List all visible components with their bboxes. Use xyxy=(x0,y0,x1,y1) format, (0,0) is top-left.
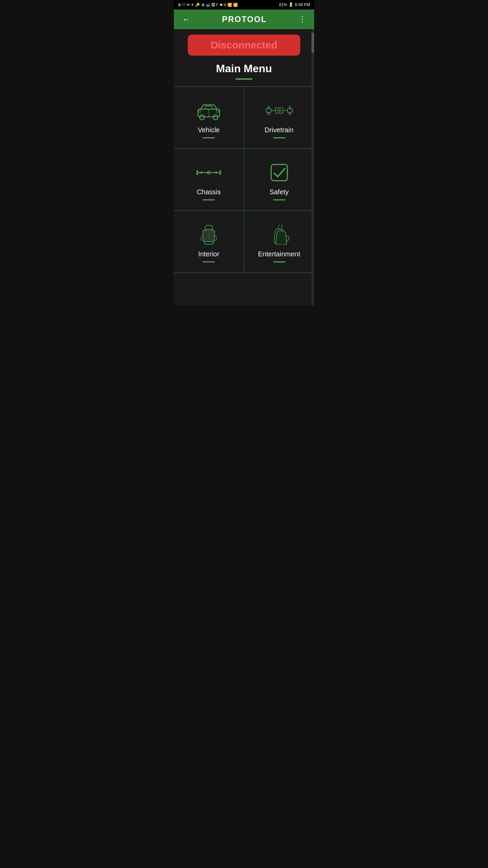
main-menu-title: Main Menu xyxy=(174,62,314,75)
main-menu-header: Main Menu xyxy=(174,56,314,86)
interior-icon xyxy=(195,224,222,245)
menu-item-vehicle[interactable]: Vehicle xyxy=(174,87,244,149)
signal-icon: 📶 xyxy=(233,3,238,7)
status-icons-left: ⊞ 🛡 ✉ ☀ 🔑 🖥 📺 🖼 F ✱ N 🛜 📶 xyxy=(178,3,238,7)
sun-icon: ☀ xyxy=(191,3,194,7)
menu-item-interior[interactable]: Interior xyxy=(174,211,244,273)
svg-point-14 xyxy=(268,106,269,108)
nfc-icon: N xyxy=(224,3,226,7)
menu-item-safety[interactable]: Safety xyxy=(244,149,314,211)
svg-rect-6 xyxy=(216,110,219,112)
overflow-menu-button[interactable]: ⋮ xyxy=(296,12,309,26)
key-icon: 🔑 xyxy=(195,3,200,7)
disconnected-banner[interactable]: Disconnected xyxy=(188,35,300,56)
svg-point-16 xyxy=(289,106,290,108)
scroll-track[interactable] xyxy=(311,29,314,305)
svg-point-15 xyxy=(268,113,269,115)
mail-icon: ✉ xyxy=(187,3,190,7)
drivetrain-label: Drivetrain xyxy=(265,126,294,134)
wifi-icon: 🛜 xyxy=(227,3,232,7)
svg-point-17 xyxy=(289,113,290,115)
svg-marker-29 xyxy=(199,171,202,174)
drivetrain-underline xyxy=(273,137,285,138)
safety-icon xyxy=(266,162,293,183)
vehicle-label: Vehicle xyxy=(198,126,220,134)
interior-underline xyxy=(203,261,215,262)
display-icon: 📺 xyxy=(206,3,210,7)
svg-rect-5 xyxy=(199,110,201,112)
entertainment-icon xyxy=(266,224,293,245)
overflow-icon: ⋮ xyxy=(299,15,306,23)
wifi-shield-icon: 🛡 xyxy=(182,3,186,7)
chassis-icon xyxy=(195,162,222,183)
drivetrain-icon xyxy=(266,100,293,121)
image-icon: 🖼 xyxy=(211,3,215,7)
back-arrow-icon: ← xyxy=(182,15,190,24)
entertainment-label: Entertainment xyxy=(258,250,300,258)
scroll-thumb[interactable] xyxy=(311,33,314,53)
svg-point-2 xyxy=(213,115,218,120)
menu-grid: Vehicle xyxy=(174,86,314,273)
interior-label: Interior xyxy=(198,250,219,258)
monitor-icon: 🖥 xyxy=(201,3,205,7)
menu-item-drivetrain[interactable]: Drivetrain xyxy=(244,87,314,149)
disconnected-label: Disconnected xyxy=(211,39,278,51)
bluetooth-icon: ✱ xyxy=(220,3,223,7)
notification-icon: ⊞ xyxy=(178,3,181,7)
battery-percent: 81% xyxy=(279,2,287,7)
svg-rect-8 xyxy=(287,109,292,113)
entertainment-underline xyxy=(273,261,285,262)
battery-icon: 🔋 xyxy=(288,2,293,7)
svg-point-1 xyxy=(200,115,204,120)
chassis-underline xyxy=(203,199,215,200)
flip-icon: F xyxy=(216,3,219,7)
status-icons-right: 81% 🔋 6:48 PM xyxy=(279,2,310,7)
safety-underline xyxy=(273,199,285,200)
svg-rect-3 xyxy=(205,106,212,109)
time-display: 6:48 PM xyxy=(295,2,310,7)
back-button[interactable]: ← xyxy=(179,12,193,27)
title-divider xyxy=(236,78,252,80)
svg-marker-30 xyxy=(216,171,218,174)
app-bar: ← PROTOOL ⋮ xyxy=(174,9,314,29)
menu-item-entertainment[interactable]: Entertainment xyxy=(244,211,314,273)
svg-rect-31 xyxy=(271,164,287,181)
menu-item-chassis[interactable]: Chassis xyxy=(174,149,244,211)
svg-point-28 xyxy=(208,172,209,173)
svg-rect-7 xyxy=(266,109,271,113)
app-title: PROTOOL xyxy=(222,15,267,24)
svg-point-19 xyxy=(279,110,280,111)
safety-label: Safety xyxy=(269,188,289,196)
chassis-label: Chassis xyxy=(197,188,221,196)
car-icon xyxy=(195,100,222,121)
main-content: Disconnected Main Menu Vehicle xyxy=(174,29,314,305)
vehicle-underline xyxy=(203,137,215,138)
status-bar: ⊞ 🛡 ✉ ☀ 🔑 🖥 📺 🖼 F ✱ N 🛜 📶 81% 🔋 6:48 PM xyxy=(174,0,314,9)
